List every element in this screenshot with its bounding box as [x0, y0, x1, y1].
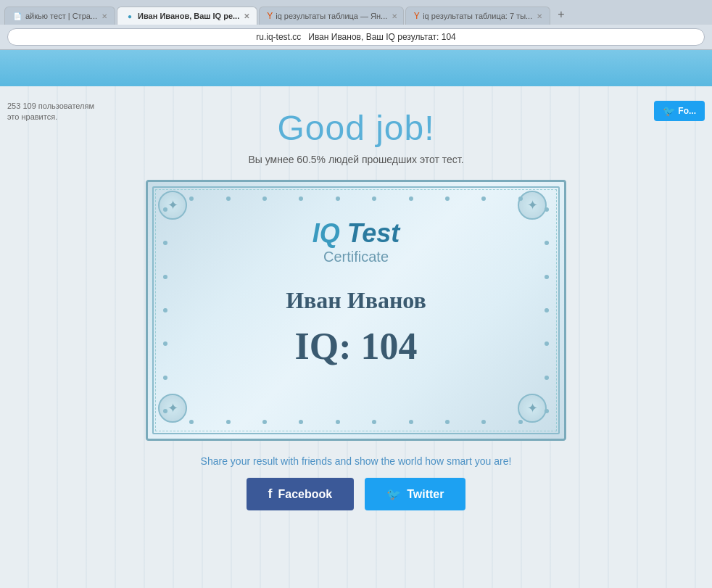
cert-side-pattern-left — [158, 193, 173, 428]
h-dot — [481, 420, 486, 424]
h-dot — [262, 420, 267, 424]
tab-4-favicon: Y — [413, 11, 420, 21]
address-bar — [0, 25, 712, 49]
h-dot — [226, 420, 231, 424]
tab-3-close[interactable]: ✕ — [392, 12, 397, 20]
h-dot — [409, 196, 413, 201]
h-dot — [409, 420, 413, 424]
h-dot — [262, 196, 267, 201]
h-dot — [336, 420, 340, 424]
h-dot — [445, 420, 450, 424]
tab-1-label: айкью тест | Стра... — [25, 12, 97, 20]
certificate-wrapper: ✦ ✦ ✦ ✦ — [29, 180, 683, 441]
h-dot — [372, 420, 376, 424]
tab-2-favicon: ● — [125, 11, 135, 21]
tab-bar: 📄 айкью тест | Стра... ✕ ● Иван Иванов, … — [0, 0, 712, 25]
h-dot — [518, 420, 523, 424]
side-dot — [545, 376, 549, 380]
h-dot — [189, 196, 194, 201]
h-dot — [372, 196, 376, 201]
tab-2-label: Иван Иванов, Ваш IQ ре... — [138, 12, 239, 20]
h-dot — [518, 196, 523, 201]
tab-1-favicon: 📄 — [12, 11, 22, 21]
cert-test-word: Test — [340, 218, 400, 248]
twitter-bird-icon: 🐦 — [663, 105, 675, 117]
side-dot — [163, 275, 167, 279]
h-dot — [299, 196, 303, 201]
side-dot — [163, 207, 167, 212]
twitter-icon: 🐦 — [386, 487, 401, 501]
cert-h-pattern-top — [173, 192, 539, 205]
new-tab-button[interactable]: + — [552, 4, 570, 25]
tab-2[interactable]: ● Иван Иванов, Ваш IQ ре... ✕ — [117, 7, 257, 25]
side-dot — [163, 341, 167, 346]
facebook-share-button[interactable]: f Facebook — [247, 478, 355, 510]
address-input[interactable] — [7, 28, 705, 46]
twitter-share-button[interactable]: 🐦 Twitter — [365, 478, 465, 510]
tab-4-label: iq результаты таблица: 7 ты... — [423, 12, 532, 20]
twitter-follow-label: Fo... — [678, 106, 696, 116]
good-job-title: Good job! — [29, 108, 683, 148]
h-dot — [445, 196, 450, 201]
likes-sidebar: 253 109 пользователям это нравится. — [7, 101, 102, 123]
twitter-btn-label: Twitter — [407, 488, 444, 501]
side-dot — [163, 409, 167, 413]
share-text: Share your result with friends and show … — [29, 455, 683, 467]
side-dot — [545, 341, 549, 346]
tab-1[interactable]: 📄 айкью тест | Стра... ✕ — [4, 7, 115, 25]
facebook-btn-label: Facebook — [278, 488, 333, 501]
side-dot — [163, 241, 167, 245]
side-dot — [545, 207, 549, 212]
cert-person-name: Иван Иванов — [177, 287, 535, 314]
side-dot — [545, 275, 549, 279]
tab-3-label: iq результаты таблица — Ян... — [276, 12, 387, 20]
h-dot — [299, 420, 303, 424]
tab-2-close[interactable]: ✕ — [244, 12, 249, 20]
tab-4-close[interactable]: ✕ — [537, 12, 542, 20]
cert-iq-number: 104 — [361, 326, 418, 367]
tab-4[interactable]: Y iq результаты таблица: 7 ты... ✕ — [405, 7, 550, 25]
twitter-follow-button[interactable]: 🐦 Fo... — [654, 101, 705, 121]
h-dot — [189, 420, 194, 424]
side-dot — [545, 241, 549, 245]
cert-iq-word: IQ — [312, 218, 340, 248]
side-dot — [545, 308, 549, 312]
h-dot — [336, 196, 340, 201]
browser-chrome: 📄 айкью тест | Стра... ✕ ● Иван Иванов, … — [0, 0, 712, 50]
tab-3[interactable]: Y iq результаты таблица — Ян... ✕ — [259, 7, 404, 25]
cert-h-pattern-bottom — [173, 415, 539, 428]
cert-iq-title: IQ Test — [177, 218, 535, 249]
main-content: 253 109 пользователям это нравится. 🐦 Fo… — [0, 86, 712, 525]
site-header — [0, 50, 712, 86]
tab-1-close[interactable]: ✕ — [102, 12, 107, 20]
likes-text: 253 109 пользователям это нравится. — [7, 102, 94, 121]
result-subtitle: Вы умнее 60.5% людей прошедших этот тест… — [29, 154, 683, 165]
side-dot — [545, 409, 549, 413]
side-dot — [163, 376, 167, 380]
cert-subtitle-text: Certificate — [177, 249, 535, 265]
h-dot — [226, 196, 231, 201]
cert-iq-label: IQ: — [295, 326, 352, 367]
certificate: ✦ ✦ ✦ ✦ — [146, 180, 566, 441]
side-dot — [163, 308, 167, 312]
tab-3-favicon: Y — [267, 11, 273, 21]
facebook-icon: f — [268, 486, 273, 502]
cert-side-pattern-right — [539, 193, 554, 428]
h-dot — [481, 196, 486, 201]
cert-iq-score-display: IQ: 104 — [177, 325, 535, 368]
cert-content: IQ Test Certificate Иван Иванов IQ: 104 — [177, 218, 535, 368]
share-buttons: f Facebook 🐦 Twitter — [29, 478, 683, 510]
